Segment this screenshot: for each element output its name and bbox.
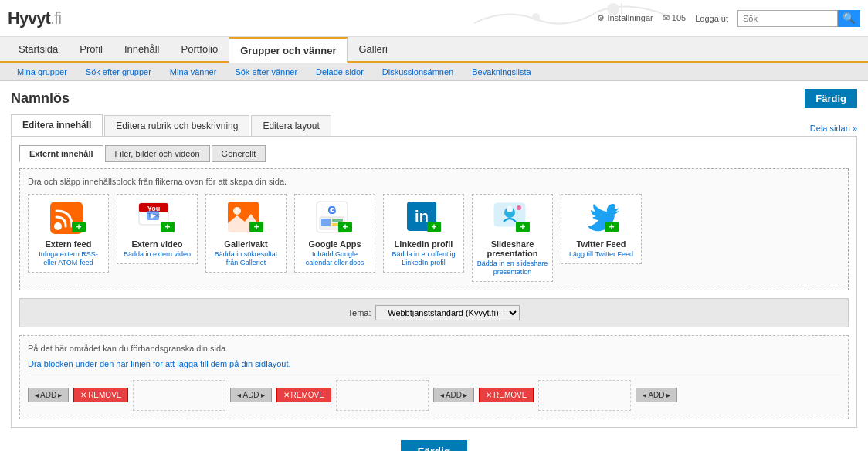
extern-video-title: Extern video bbox=[131, 239, 182, 249]
nav-portfolio[interactable]: Portfolio bbox=[170, 37, 229, 61]
extern-feed-title: Extern feed bbox=[46, 239, 92, 249]
twitter-icon-container: + bbox=[577, 199, 626, 236]
slot-remove-2[interactable]: ✕REMOVE bbox=[276, 388, 331, 402]
theme-select[interactable]: - Webbtjänststandard (Kyvyt.fi) - bbox=[375, 305, 520, 320]
slot-add-1[interactable]: ◂ADD▸ bbox=[28, 388, 69, 402]
sub-nav: Mina grupper Sök efter grupper Mina vänn… bbox=[0, 63, 868, 81]
widget-linkedin[interactable]: in + LinkedIn profil Bädda in en offentl… bbox=[383, 194, 464, 273]
slot-row: ◂ADD▸ ✕REMOVE ◂ADD▸ ✕REMOVE ◂ADD▸ ✕REMOV… bbox=[28, 380, 840, 411]
settings-link[interactable]: ⚙ Inställningar bbox=[597, 13, 653, 23]
svg-text:+: + bbox=[609, 222, 614, 232]
preview-area: På det här området kan du förhandsgransk… bbox=[19, 335, 849, 419]
slideshare-desc: Bädda in en slideshare presentation bbox=[476, 259, 549, 276]
add-icon-3: ◂ bbox=[440, 391, 444, 399]
search-button[interactable]: 🔍 bbox=[838, 10, 860, 27]
page-header: Namnlös Färdig bbox=[11, 89, 857, 108]
settings-icon: ⚙ bbox=[597, 13, 605, 22]
slot-placeholder-3 bbox=[538, 380, 631, 411]
subnav-sok-vanner[interactable]: Sök efter vänner bbox=[225, 63, 307, 80]
nav-startsida[interactable]: Startsida bbox=[8, 37, 69, 61]
add-icon-r-1: ▸ bbox=[58, 391, 62, 399]
extern-feed-desc: Infoga extern RSS- eller ATOM-feed bbox=[32, 250, 105, 267]
svg-text:▶: ▶ bbox=[150, 212, 155, 219]
svg-point-16 bbox=[233, 207, 241, 215]
widget-extern-video[interactable]: You Tube ▶ + Extern video Bädda in exter… bbox=[117, 194, 198, 264]
twitter-feed-title: Twitter Feed bbox=[577, 239, 626, 249]
slot-placeholder-2 bbox=[336, 380, 429, 411]
nav-profil[interactable]: Profil bbox=[69, 37, 114, 61]
subnav-diskussionsamnen[interactable]: Diskussionsämnen bbox=[373, 63, 463, 80]
linkedin-icon-container: in + bbox=[399, 199, 449, 236]
dela-sidan-link[interactable]: Dela sidan » bbox=[810, 124, 857, 136]
svg-text:G: G bbox=[327, 204, 336, 216]
subnav-sok-grupper[interactable]: Sök efter grupper bbox=[76, 63, 161, 80]
slot-add-3[interactable]: ◂ADD▸ bbox=[433, 388, 474, 402]
messages-link[interactable]: ✉ 105 bbox=[663, 13, 686, 23]
tab-editera-layout[interactable]: Editera layout bbox=[251, 115, 331, 136]
tab-filer-bilder-videon[interactable]: Filer, bilder och videon bbox=[105, 145, 210, 162]
widget-slideshare[interactable]: + Slideshare presentation Bädda in en sl… bbox=[472, 194, 553, 282]
widget-twitter-feed[interactable]: + Twitter Feed Lägg till Twitter Feed bbox=[561, 194, 642, 264]
nav-innehall[interactable]: Innehåll bbox=[114, 37, 171, 61]
slideshare-title: Slideshare presentation bbox=[476, 239, 549, 258]
google-apps-desc: Inbädd Google calendar eller docs bbox=[298, 250, 371, 267]
slot-remove-1[interactable]: ✕REMOVE bbox=[73, 388, 128, 402]
main-nav: Startsida Profil Innehåll Portfolio Grup… bbox=[0, 37, 868, 63]
preview-hint2: Dra blocken under den här linjen för att… bbox=[28, 359, 840, 368]
page-content: Namnlös Färdig Editera innehåll Editera … bbox=[0, 81, 868, 451]
twitter-feed-desc: Lägg till Twitter Feed bbox=[569, 250, 633, 259]
search-input[interactable] bbox=[737, 10, 838, 27]
tab-editera-innehall[interactable]: Editera innehåll bbox=[11, 114, 103, 136]
add-icon-1: ◂ bbox=[35, 391, 39, 399]
subnav-mina-vanner[interactable]: Mina vänner bbox=[161, 63, 226, 80]
svg-rect-24 bbox=[332, 219, 343, 222]
edit-tabs: Editera innehåll Editera rubrik och besk… bbox=[11, 114, 857, 137]
tab-externt-innehall[interactable]: Externt innehåll bbox=[19, 145, 103, 162]
svg-rect-23 bbox=[321, 219, 331, 226]
svg-text:in: in bbox=[415, 208, 429, 225]
drag-hint: Dra och släpp innehållsblock från fliker… bbox=[28, 177, 840, 186]
svg-point-4 bbox=[54, 222, 62, 230]
slideshare-icon-container: + bbox=[488, 199, 537, 236]
widget-extern-feed[interactable]: + Extern feed Infoga extern RSS- eller A… bbox=[28, 194, 109, 273]
nav-grupper[interactable]: Grupper och vänner bbox=[229, 37, 348, 63]
widget-gallerivakt[interactable]: + Gallerivakt Bädda in sökresultat från … bbox=[205, 194, 287, 273]
add-icon-r-4: ▸ bbox=[666, 391, 670, 399]
preview-hint: På det här området kan du förhandsgransk… bbox=[28, 344, 840, 353]
envelope-icon: ✉ bbox=[663, 13, 670, 22]
widget-google-apps[interactable]: G G + Google Apps Inb bbox=[294, 194, 375, 273]
fardig-button-top[interactable]: Färdig bbox=[805, 89, 857, 108]
linkedin-title: LinkedIn profil bbox=[395, 239, 453, 249]
add-icon-4: ◂ bbox=[643, 391, 646, 399]
remove-x-icon-1: ✕ bbox=[80, 391, 86, 399]
slot-add-2[interactable]: ◂ADD▸ bbox=[230, 388, 271, 402]
tab-editera-rubrik[interactable]: Editera rubrik och beskrivning bbox=[104, 115, 249, 136]
theme-label: Tema: bbox=[348, 308, 371, 317]
add-icon-r-3: ▸ bbox=[463, 391, 467, 399]
widgets-row: + Extern feed Infoga extern RSS- eller A… bbox=[28, 194, 840, 282]
google-apps-title: Google Apps bbox=[308, 239, 361, 249]
page-title: Namnlös bbox=[11, 90, 70, 107]
slot-remove-3[interactable]: ✕REMOVE bbox=[479, 388, 534, 402]
svg-text:+: + bbox=[520, 222, 525, 232]
fardig-button-bottom[interactable]: Färdig bbox=[401, 440, 468, 451]
preview-divider bbox=[28, 375, 840, 375]
search-bar: 🔍 bbox=[737, 10, 860, 27]
subnav-bevakningslista[interactable]: Bevakningslista bbox=[463, 63, 540, 80]
slot-add-4[interactable]: ◂ADD▸ bbox=[636, 388, 676, 402]
remove-x-icon-2: ✕ bbox=[283, 391, 290, 399]
logout-link[interactable]: Logga ut bbox=[695, 14, 728, 23]
svg-point-34 bbox=[507, 206, 513, 212]
slot-placeholder-1 bbox=[133, 380, 225, 411]
remove-x-icon-3: ✕ bbox=[486, 391, 492, 399]
subnav-mina-grupper[interactable]: Mina grupper bbox=[8, 63, 76, 80]
tab-generellt[interactable]: Generellt bbox=[212, 145, 266, 162]
top-right-actions: ⚙ Inställningar ✉ 105 Logga ut 🔍 bbox=[597, 10, 860, 27]
top-bar: Hyvyt.fi ⚙ Inställningar ✉ 105 Logga ut … bbox=[0, 0, 868, 37]
subnav-delade-sidor[interactable]: Delade sidor bbox=[307, 63, 373, 80]
gallerivakt-desc: Bädda in sökresultat från Galleriet bbox=[209, 250, 283, 267]
nav-galleri[interactable]: Galleri bbox=[348, 37, 398, 61]
logo: Hyvyt.fi bbox=[8, 8, 61, 29]
gallerivakt-icon-container: + bbox=[222, 199, 271, 236]
google-apps-icon-container: G G + bbox=[310, 199, 360, 236]
